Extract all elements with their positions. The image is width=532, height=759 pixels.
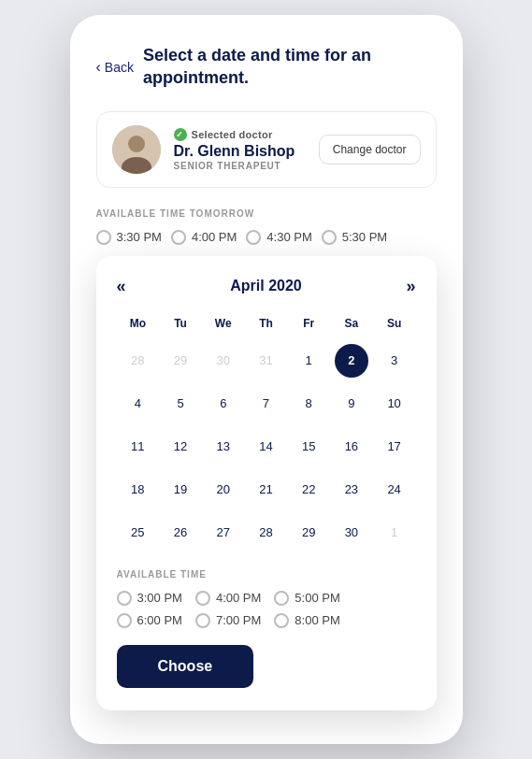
weekday-header: We	[202, 313, 245, 339]
calendar-day: 13	[207, 430, 240, 464]
weekday-header: Fr	[287, 313, 330, 339]
time-slot[interactable]: 5:30 PM	[322, 230, 387, 245]
radio-button[interactable]	[322, 230, 337, 245]
calendar-day-cell[interactable]: 23	[330, 468, 373, 511]
back-button[interactable]: ‹ Back	[96, 59, 134, 76]
calendar-day-cell[interactable]: 17	[373, 425, 416, 468]
calendar-day: 6	[207, 387, 240, 421]
change-doctor-button[interactable]: Change doctor	[319, 135, 421, 165]
calendar-day-cell[interactable]: 30	[330, 511, 373, 554]
calendar-day: 18	[121, 473, 154, 507]
calendar-day: 8	[292, 387, 325, 421]
calendar-day-cell[interactable]: 19	[159, 468, 202, 511]
calendar-day-cell[interactable]: 2	[330, 339, 373, 382]
calendar-day-cell[interactable]: 6	[202, 382, 245, 425]
calendar-day-cell[interactable]: 15	[287, 425, 330, 468]
available-time-slot[interactable]: 7:00 PM	[195, 613, 261, 628]
calendar-day: 12	[164, 430, 197, 464]
calendar-day: 16	[335, 430, 368, 464]
calendar-day: 9	[335, 387, 368, 421]
radio-button[interactable]	[246, 230, 261, 245]
radio-button[interactable]	[171, 230, 186, 245]
calendar-day-cell[interactable]: 1	[287, 339, 330, 382]
calendar-day-cell[interactable]: 8	[287, 382, 330, 425]
calendar-day-cell[interactable]: 16	[330, 425, 373, 468]
calendar-day-cell[interactable]: 24	[373, 468, 416, 511]
weekday-header: Mo	[117, 313, 160, 339]
radio-button[interactable]	[195, 591, 210, 606]
available-time-slot[interactable]: 8:00 PM	[274, 613, 339, 628]
calendar-day: 15	[292, 430, 325, 464]
radio-button[interactable]	[96, 230, 111, 245]
doctor-specialty: SENIOR THERAPEUT	[174, 161, 306, 171]
calendar-day-cell[interactable]: 29	[287, 511, 330, 554]
calendar-day-cell[interactable]: 7	[245, 382, 288, 425]
calendar-day: 10	[378, 387, 411, 421]
calendar-day-cell[interactable]: 5	[159, 382, 202, 425]
calendar-day-cell[interactable]: 18	[117, 468, 160, 511]
calendar-week-row: 11121314151617	[117, 425, 416, 468]
choose-button[interactable]: Choose	[117, 645, 254, 688]
time-slot[interactable]: 4:30 PM	[246, 230, 311, 245]
available-time-slot[interactable]: 3:00 PM	[117, 591, 182, 606]
calendar-day: 11	[121, 430, 154, 464]
calendar-day-cell[interactable]: 13	[202, 425, 245, 468]
prev-month-button[interactable]: «	[117, 277, 126, 296]
available-time-slot[interactable]: 5:00 PM	[274, 591, 339, 606]
calendar-day: 3	[378, 344, 411, 378]
time-value: 3:30 PM	[117, 230, 162, 244]
calendar-day-cell[interactable]: 28	[245, 511, 288, 554]
calendar-day-cell[interactable]: 3	[373, 339, 416, 382]
calendar-day-cell[interactable]: 4	[117, 382, 160, 425]
calendar-day: 28	[249, 516, 282, 550]
calendar-day: 30	[207, 344, 240, 378]
calendar-day-cell[interactable]: 22	[287, 468, 330, 511]
calendar-header: « April 2020 »	[117, 277, 416, 296]
time-slot[interactable]: 4:00 PM	[171, 230, 237, 245]
weekday-header: Su	[373, 313, 416, 339]
time-value: 5:30 PM	[342, 230, 387, 244]
weekday-header-row: MoTuWeThFrSaSu	[117, 313, 416, 339]
calendar-day-cell[interactable]: 9	[330, 382, 373, 425]
radio-button[interactable]	[274, 591, 289, 606]
avatar	[112, 125, 161, 174]
radio-button[interactable]	[274, 613, 289, 628]
weekday-header: Tu	[159, 313, 202, 339]
tomorrow-section-label: AVAILABLE TIME TOMORROW	[96, 208, 437, 219]
back-chevron-icon: ‹	[96, 59, 101, 76]
calendar-day-cell[interactable]: 30	[202, 339, 245, 382]
calendar-day-cell[interactable]: 26	[159, 511, 202, 554]
time-slot[interactable]: 3:30 PM	[96, 230, 162, 245]
radio-button[interactable]	[195, 613, 210, 628]
time-value: 3:00 PM	[137, 591, 182, 605]
header: ‹ Back Select a date and time for an app…	[96, 45, 437, 89]
calendar-day-cell[interactable]: 29	[159, 339, 202, 382]
calendar-day-cell[interactable]: 11	[117, 425, 160, 468]
calendar-day: 29	[164, 344, 197, 378]
time-value: 5:00 PM	[295, 591, 339, 605]
available-time-slot[interactable]: 6:00 PM	[117, 613, 182, 628]
time-value: 6:00 PM	[137, 613, 182, 627]
radio-button[interactable]	[117, 613, 132, 628]
calendar-day-cell[interactable]: 28	[117, 339, 160, 382]
calendar-day-cell[interactable]: 10	[373, 382, 416, 425]
phone-frame: ‹ Back Select a date and time for an app…	[70, 15, 463, 744]
back-label: Back	[105, 60, 134, 75]
calendar-day-cell[interactable]: 12	[159, 425, 202, 468]
calendar-day: 31	[249, 344, 282, 378]
time-value: 4:00 PM	[216, 591, 261, 605]
next-month-button[interactable]: »	[406, 277, 415, 296]
calendar-day-cell[interactable]: 21	[245, 468, 288, 511]
calendar-day-cell[interactable]: 31	[245, 339, 288, 382]
available-tomorrow-section: AVAILABLE TIME TOMORROW 3:30 PM4:00 PM4:…	[96, 208, 437, 245]
calendar-day-cell[interactable]: 1	[373, 511, 416, 554]
calendar-day-cell[interactable]: 27	[202, 511, 245, 554]
radio-button[interactable]	[117, 591, 132, 606]
available-time-slot[interactable]: 4:00 PM	[195, 591, 261, 606]
calendar-day-cell[interactable]: 14	[245, 425, 288, 468]
calendar-day: 26	[164, 516, 197, 550]
weekday-header: Th	[245, 313, 288, 339]
calendar-day-cell[interactable]: 25	[117, 511, 160, 554]
tomorrow-time-slots: 3:30 PM4:00 PM4:30 PM5:30 PM	[96, 230, 437, 245]
calendar-day-cell[interactable]: 20	[202, 468, 245, 511]
